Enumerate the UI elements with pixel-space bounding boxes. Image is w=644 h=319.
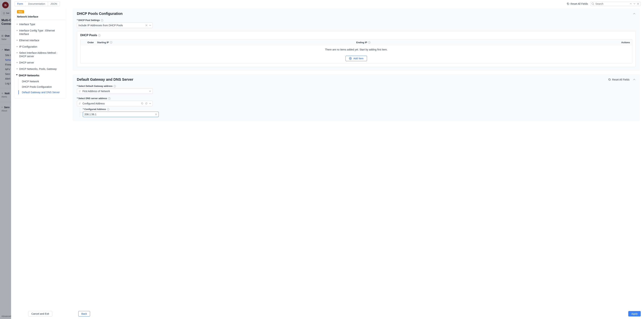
search-prev-icon[interactable]: [629, 2, 632, 5]
info-icon[interactable]: i: [368, 41, 370, 44]
input-configured-address[interactable]: [84, 113, 154, 116]
nav-ethernet-interface[interactable]: Ethernet Interface: [16, 37, 64, 44]
dhcp-pools-box-title: DHCP Pools i: [80, 34, 632, 37]
label-dhcp-pool-settings: * DHCP Pool Settings i: [77, 19, 636, 22]
search-clear-icon[interactable]: [636, 2, 640, 5]
info-icon[interactable]: i: [101, 19, 103, 22]
reset-icon: [608, 78, 611, 81]
reset-all-fields-top[interactable]: Reset All Fields: [566, 2, 588, 5]
new-badge: New: [17, 10, 24, 14]
svg-point-15: [2, 107, 2, 107]
search-icon: [592, 2, 594, 5]
col-ending-ip: Ending IP i: [356, 41, 616, 44]
input-configured-address-wrap[interactable]: [83, 112, 159, 117]
nav-interface-config-type[interactable]: Interface Config Type : Ethernet Interfa…: [16, 28, 64, 37]
swap-icon: [78, 102, 81, 105]
wrench-icon: [2, 48, 3, 51]
chevron-down-icon[interactable]: [149, 90, 151, 92]
nav-overview[interactable]: Ove: [0, 34, 11, 38]
grid-icon: [3, 12, 5, 15]
form-nav-title: Network interface: [14, 14, 66, 20]
nav-interface-type[interactable]: Interface Type: [16, 21, 64, 28]
app-side-nav-background: f5 Sel Multi-C Connec Ove Netw Man Site …: [0, 0, 11, 319]
label-dns-server: * Select DNS server address i: [77, 97, 636, 100]
chevron-down-icon[interactable]: [149, 24, 151, 27]
dhcp-pools-card: DHCP Pools Configuration * DHCP Pool Set…: [72, 8, 640, 71]
nav-item[interactable]: Netw: [0, 59, 11, 61]
label-default-gateway: * Select Default Gateway address i: [77, 85, 636, 87]
nav-advanced-link[interactable]: Advanced: [2, 315, 11, 317]
nav-dhcp-networks-group[interactable]: DHCP Networks: [16, 72, 64, 79]
clear-icon[interactable]: [155, 113, 157, 115]
nav-notifications[interactable]: Noti: [0, 91, 11, 96]
nav-dhcp-networks-group-link[interactable]: DHCP Networks, Pools, Gateway: [16, 66, 64, 72]
info-icon[interactable]: i: [107, 108, 110, 111]
reset-icon: [566, 2, 570, 5]
svg-point-7: [4, 14, 4, 14]
select-dns-server[interactable]: Configured Address: [77, 101, 153, 106]
plus-circle-icon: [349, 57, 352, 60]
svg-rect-10: [2, 35, 3, 36]
card-title-dhcp-pools: DHCP Pools Configuration: [77, 12, 122, 16]
add-item-button[interactable]: Add Item: [346, 56, 367, 61]
info-icon[interactable]: i: [114, 85, 116, 87]
collapse-icon[interactable]: [633, 78, 636, 81]
nav-dhcp-server[interactable]: DHCP server: [16, 60, 64, 66]
app-title-line2: Connec: [2, 22, 11, 26]
info-icon[interactable]: i: [108, 97, 110, 100]
svg-rect-9: [2, 35, 2, 36]
clear-icon[interactable]: [145, 24, 148, 27]
nav-ip-configuration[interactable]: IP Configuration: [16, 44, 64, 50]
nav-item[interactable]: Firew: [0, 63, 11, 66]
refresh-icon[interactable]: [145, 102, 148, 105]
svg-line-17: [594, 4, 594, 5]
info-icon: [2, 106, 3, 109]
tab-json[interactable]: JSON: [48, 2, 60, 6]
search-next-icon[interactable]: [633, 2, 636, 5]
tab-documentation[interactable]: Documentation: [26, 2, 48, 6]
col-actions: Actions: [616, 41, 630, 44]
nav-item[interactable]: Site I: [0, 54, 11, 57]
reset-section-button[interactable]: Reset All Fields: [608, 78, 630, 81]
svg-rect-12: [2, 36, 3, 37]
svg-rect-11: [2, 36, 2, 37]
select-default-gateway[interactable]: First Address of Network: [77, 89, 153, 94]
nav-dhcp-pools-config[interactable]: DHCP Pools Configuration: [18, 84, 64, 90]
pools-table-header: Order Starting IP i Ending IP i Actions: [80, 39, 632, 46]
nav-item[interactable]: Alert: [0, 77, 11, 80]
svg-point-2: [4, 12, 5, 13]
nav-item[interactable]: Secr: [0, 73, 11, 76]
nav-select-interface-address[interactable]: Select Interface Address Method : DHCP s…: [16, 50, 64, 60]
info-icon[interactable]: i: [110, 41, 112, 44]
select-value: First Address of Network: [82, 90, 148, 93]
select-dhcp-pool-settings[interactable]: Include IP Addresses from DHCP Pools: [77, 23, 153, 28]
select-value: Configured Address: [82, 102, 140, 105]
info-icon[interactable]: i: [98, 34, 100, 37]
swap-icon: [78, 90, 81, 93]
undo-icon[interactable]: [141, 102, 144, 105]
apply-button[interactable]: Apply: [628, 311, 641, 316]
tab-form[interactable]: Form: [14, 2, 26, 6]
nav-manage[interactable]: Man: [0, 48, 11, 52]
svg-point-5: [4, 13, 5, 13]
workspace-selector[interactable]: Sel: [2, 11, 11, 15]
card-title-gateway-dns: Default Gateway and DNS Server: [77, 78, 133, 82]
nav-service[interactable]: Serv: [0, 105, 11, 110]
nav-item[interactable]: Log I: [0, 82, 11, 85]
cancel-exit-button[interactable]: Cancel and Exit: [28, 311, 52, 316]
chevron-down-icon[interactable]: [149, 102, 151, 105]
nav-item[interactable]: NFV: [0, 68, 11, 71]
nav-dhcp-network[interactable]: DHCP Network: [18, 79, 64, 84]
svg-point-4: [4, 13, 4, 13]
svg-point-0: [3, 12, 3, 13]
nav-default-gateway-dns[interactable]: Default Gateway and DNS Server: [18, 90, 64, 95]
dhcp-pools-box: DHCP Pools i Order Starting IP i Ending …: [77, 31, 636, 67]
gateway-dns-card: Default Gateway and DNS Server Reset All…: [72, 74, 640, 121]
collapse-icon[interactable]: [633, 12, 636, 15]
svg-point-1: [4, 12, 4, 13]
back-button[interactable]: Back: [78, 311, 90, 316]
search-input[interactable]: [595, 2, 628, 5]
svg-rect-14: [2, 107, 2, 108]
app-title-line1: Multi-C: [2, 19, 11, 22]
search-box[interactable]: [590, 2, 641, 6]
